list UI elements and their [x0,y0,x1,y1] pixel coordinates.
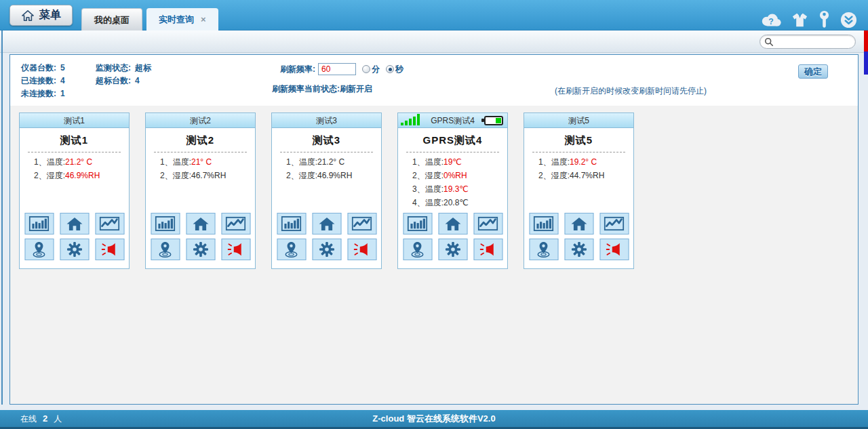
close-icon[interactable]: × [201,8,206,30]
trend-chart-button[interactable] [221,213,250,234]
trend-chart-button[interactable] [347,213,376,234]
search-box[interactable] [760,35,856,49]
home-button[interactable] [312,213,341,234]
confirm-button[interactable]: 确定 [798,64,828,79]
card-actions [529,213,629,260]
tab-my-desktop[interactable]: 我的桌面 [81,8,142,30]
radio-minute[interactable] [362,65,370,73]
home-button[interactable] [186,213,215,234]
edge-stripe-red [864,30,868,52]
settings-icon [66,241,83,258]
trend-chart-button[interactable] [599,213,629,234]
home-icon [192,217,209,231]
divider [406,152,499,152]
bar-chart-button[interactable] [151,213,180,234]
device-card: 测试3 测试3 1、温度:21.2° C2、湿度:46.9%RH [271,113,382,269]
settings-button[interactable] [186,239,215,260]
settings-icon [444,241,461,258]
device-card-header-label: 测试3 [316,116,337,125]
device-card-header-label: 测试1 [64,116,85,125]
location-button[interactable] [277,239,306,260]
radio-minute-label: 分 [372,64,380,75]
radio-second-label: 秒 [395,64,403,75]
device-title: 测试5 [524,134,633,147]
location-button[interactable] [24,239,54,260]
readings-list: 1、温度:21.2° C2、湿度:46.9%RH [20,155,129,182]
alarm-button[interactable] [95,239,124,260]
alarm-icon [606,242,623,257]
key-icon[interactable] [818,10,831,29]
refresh-frequency-label: 刷新频率: [280,64,315,75]
cloud-help-icon[interactable]: ? [760,12,782,28]
device-card: 测试1 测试1 1、温度:21.2° C2、湿度:46.9%RH [19,113,130,269]
divider [532,152,625,152]
settings-button[interactable] [564,239,593,260]
location-icon [284,241,299,258]
app-title: Z-cloud 智云在线系统软件V2.0 [0,413,868,425]
device-card-header-label: GPRS测试4 [431,116,475,125]
home-icon [66,217,83,231]
divider [280,152,373,152]
location-button[interactable] [529,239,558,260]
theme-icon[interactable] [791,12,808,28]
battery-icon [484,116,503,125]
alarm-icon [102,242,118,257]
reading-row: 1、温度:21.2° C [286,155,381,169]
search-input[interactable] [774,37,851,47]
stat-exceed-count: 超标台数:4 [96,75,151,87]
menu-button[interactable]: 菜单 [9,5,73,26]
alarm-button[interactable] [599,239,629,260]
refresh-status-text: 刷新频率当前状态:刷新开启 [272,83,372,95]
alarm-button[interactable] [347,239,376,260]
bar-chart-button[interactable] [277,213,306,234]
stat-unconnected-count: 未连接数:1 [21,87,65,100]
readings-list: 1、温度:19℃2、湿度:0%RH3、温度:19.3℃4、温度:20.8℃ [398,155,507,209]
app-window: 菜单 我的桌面 实时查询 × ? [0,0,868,429]
bar-chart-button[interactable] [24,213,54,234]
collapse-icon[interactable] [840,12,857,28]
location-button[interactable] [151,239,180,260]
stat-connected-count: 已连接数:4 [21,75,65,87]
home-button[interactable] [438,213,467,234]
location-button[interactable] [403,239,432,260]
settings-icon [192,241,209,258]
trend-chart-button[interactable] [95,213,124,234]
reading-row: 2、湿度:0%RH [412,169,507,182]
readings-list: 1、温度:21.2° C2、湿度:46.9%RH [272,155,381,182]
readings-list: 1、温度:21° C2、湿度:46.7%RH [146,155,255,182]
device-card-header: 测试1 [20,113,129,128]
radio-second[interactable] [386,65,394,73]
settings-button[interactable] [60,239,89,260]
bar-chart-button[interactable] [403,213,432,234]
reading-row: 2、湿度:46.9%RH [286,169,381,182]
location-icon [32,241,47,258]
tab-bar: 我的桌面 实时查询 × [81,8,218,30]
alarm-button[interactable] [221,239,250,260]
home-button[interactable] [60,213,89,234]
refresh-frequency-input[interactable] [318,63,356,75]
alarm-button[interactable] [473,239,502,260]
home-outline-icon [21,9,35,22]
device-title: 测试3 [272,134,381,147]
tab-label: 实时查询 [159,8,194,30]
bar-chart-button[interactable] [529,213,558,234]
tab-realtime-query[interactable]: 实时查询 × [146,8,218,30]
settings-button[interactable] [312,239,341,260]
toolbar [0,30,868,53]
trend-chart-icon [604,216,625,231]
device-title: 测试2 [146,134,255,147]
device-card-header-label: 测试5 [568,116,589,125]
settings-button[interactable] [438,239,467,260]
home-button[interactable] [564,213,593,234]
stats-column-2: 监测状态:超标 超标台数:4 [96,62,151,87]
location-icon [536,241,551,258]
trend-chart-button[interactable] [473,213,502,234]
reading-row: 2、湿度:46.9%RH [34,169,129,182]
reading-row: 1、温度:19.2° C [538,155,633,169]
reading-row: 2、湿度:46.7%RH [160,169,255,182]
topbar-actions: ? [760,10,857,29]
bar-chart-icon [29,216,50,231]
location-icon [410,241,425,258]
device-title: 测试1 [20,134,129,147]
tab-label: 我的桌面 [94,15,130,25]
